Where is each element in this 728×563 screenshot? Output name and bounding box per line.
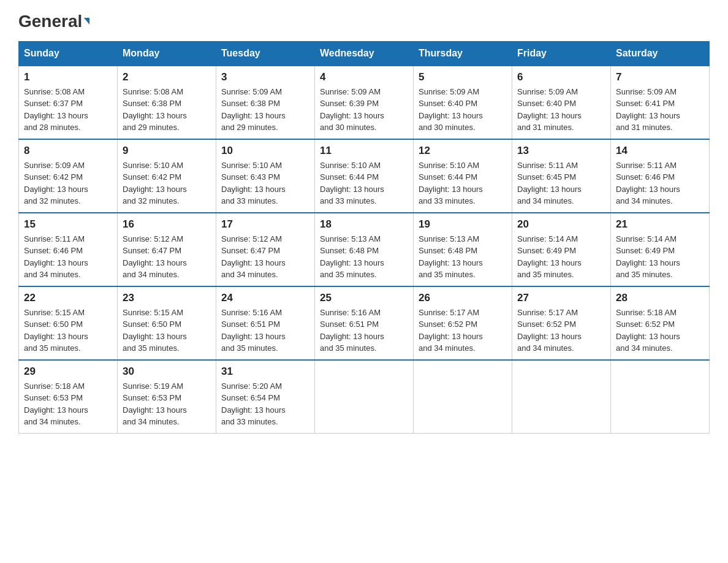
- calendar-table: SundayMondayTuesdayWednesdayThursdayFrid…: [18, 41, 710, 434]
- day-number: 17: [221, 218, 309, 231]
- calendar-cell: 10 Sunrise: 5:10 AMSunset: 6:43 PMDaylig…: [216, 139, 315, 213]
- day-info: Sunrise: 5:09 AMSunset: 6:38 PMDaylight:…: [221, 86, 309, 134]
- day-number: 13: [517, 145, 605, 157]
- logo-general: General: [18, 12, 89, 31]
- day-info: Sunrise: 5:20 AMSunset: 6:54 PMDaylight:…: [221, 380, 309, 428]
- calendar-cell: 30 Sunrise: 5:19 AMSunset: 6:53 PMDaylig…: [118, 360, 216, 434]
- calendar-week-row: 1 Sunrise: 5:08 AMSunset: 6:37 PMDayligh…: [19, 66, 710, 139]
- header: General: [18, 12, 710, 30]
- day-number: 26: [419, 292, 507, 304]
- day-number: 22: [24, 292, 112, 304]
- day-number: 30: [123, 366, 211, 378]
- day-info: Sunrise: 5:17 AMSunset: 6:52 PMDaylight:…: [419, 307, 507, 354]
- day-number: 25: [320, 292, 408, 304]
- day-info: Sunrise: 5:16 AMSunset: 6:51 PMDaylight:…: [320, 307, 408, 354]
- calendar-cell: 22 Sunrise: 5:15 AMSunset: 6:50 PMDaylig…: [19, 286, 118, 360]
- calendar-cell: 4 Sunrise: 5:09 AMSunset: 6:39 PMDayligh…: [315, 66, 414, 139]
- day-info: Sunrise: 5:09 AMSunset: 6:42 PMDaylight:…: [24, 159, 112, 207]
- day-info: Sunrise: 5:09 AMSunset: 6:41 PMDaylight:…: [616, 86, 704, 134]
- day-info: Sunrise: 5:10 AMSunset: 6:43 PMDaylight:…: [221, 159, 309, 207]
- weekday-header-monday: Monday: [118, 41, 216, 66]
- day-info: Sunrise: 5:15 AMSunset: 6:50 PMDaylight:…: [24, 307, 112, 354]
- day-info: Sunrise: 5:11 AMSunset: 6:46 PMDaylight:…: [616, 159, 704, 207]
- logo-triangle-icon: [84, 18, 89, 25]
- day-info: Sunrise: 5:11 AMSunset: 6:46 PMDaylight:…: [24, 233, 112, 281]
- calendar-cell: 21 Sunrise: 5:14 AMSunset: 6:49 PMDaylig…: [611, 213, 710, 286]
- calendar-cell: 18 Sunrise: 5:13 AMSunset: 6:48 PMDaylig…: [315, 213, 414, 286]
- day-number: 14: [616, 145, 704, 157]
- day-number: 24: [221, 292, 309, 304]
- day-info: Sunrise: 5:13 AMSunset: 6:48 PMDaylight:…: [320, 233, 408, 281]
- day-number: 1: [24, 71, 112, 83]
- calendar-cell: 11 Sunrise: 5:10 AMSunset: 6:44 PMDaylig…: [315, 139, 414, 213]
- weekday-header-row: SundayMondayTuesdayWednesdayThursdayFrid…: [19, 41, 710, 66]
- day-number: 12: [419, 145, 507, 157]
- calendar-week-row: 29 Sunrise: 5:18 AMSunset: 6:53 PMDaylig…: [19, 360, 710, 434]
- day-info: Sunrise: 5:08 AMSunset: 6:37 PMDaylight:…: [24, 86, 112, 134]
- day-number: 3: [221, 71, 309, 83]
- weekday-header-tuesday: Tuesday: [216, 41, 315, 66]
- weekday-header-wednesday: Wednesday: [315, 41, 414, 66]
- weekday-header-sunday: Sunday: [19, 41, 118, 66]
- day-info: Sunrise: 5:09 AMSunset: 6:40 PMDaylight:…: [419, 86, 507, 134]
- calendar-cell: 8 Sunrise: 5:09 AMSunset: 6:42 PMDayligh…: [19, 139, 118, 213]
- calendar-cell: 28 Sunrise: 5:18 AMSunset: 6:52 PMDaylig…: [611, 286, 710, 360]
- calendar-cell: 25 Sunrise: 5:16 AMSunset: 6:51 PMDaylig…: [315, 286, 414, 360]
- day-info: Sunrise: 5:18 AMSunset: 6:53 PMDaylight:…: [24, 380, 112, 428]
- day-info: Sunrise: 5:13 AMSunset: 6:48 PMDaylight:…: [419, 233, 507, 281]
- day-number: 15: [24, 218, 112, 231]
- calendar-cell: 6 Sunrise: 5:09 AMSunset: 6:40 PMDayligh…: [512, 66, 611, 139]
- day-number: 20: [517, 218, 605, 231]
- calendar-cell: 7 Sunrise: 5:09 AMSunset: 6:41 PMDayligh…: [611, 66, 710, 139]
- day-info: Sunrise: 5:18 AMSunset: 6:52 PMDaylight:…: [616, 307, 704, 354]
- day-number: 19: [419, 218, 507, 231]
- day-info: Sunrise: 5:09 AMSunset: 6:40 PMDaylight:…: [517, 86, 605, 134]
- calendar-cell: 16 Sunrise: 5:12 AMSunset: 6:47 PMDaylig…: [118, 213, 216, 286]
- calendar-cell: [611, 360, 710, 434]
- calendar-cell: [512, 360, 611, 434]
- day-info: Sunrise: 5:14 AMSunset: 6:49 PMDaylight:…: [517, 233, 605, 281]
- day-number: 4: [320, 71, 408, 83]
- day-info: Sunrise: 5:19 AMSunset: 6:53 PMDaylight:…: [123, 380, 211, 428]
- day-number: 10: [221, 145, 309, 157]
- day-number: 28: [616, 292, 704, 304]
- calendar-cell: 3 Sunrise: 5:09 AMSunset: 6:38 PMDayligh…: [216, 66, 315, 139]
- day-info: Sunrise: 5:12 AMSunset: 6:47 PMDaylight:…: [123, 233, 211, 281]
- day-info: Sunrise: 5:12 AMSunset: 6:47 PMDaylight:…: [221, 233, 309, 281]
- day-number: 27: [517, 292, 605, 304]
- calendar-cell: [414, 360, 512, 434]
- day-info: Sunrise: 5:10 AMSunset: 6:42 PMDaylight:…: [123, 159, 211, 207]
- day-info: Sunrise: 5:11 AMSunset: 6:45 PMDaylight:…: [517, 159, 605, 207]
- day-number: 8: [24, 145, 112, 157]
- weekday-header-thursday: Thursday: [414, 41, 512, 66]
- calendar-week-row: 8 Sunrise: 5:09 AMSunset: 6:42 PMDayligh…: [19, 139, 710, 213]
- day-number: 2: [123, 71, 211, 83]
- logo-area: General: [18, 12, 89, 30]
- calendar-week-row: 22 Sunrise: 5:15 AMSunset: 6:50 PMDaylig…: [19, 286, 710, 360]
- day-number: 29: [24, 366, 112, 378]
- calendar-cell: 13 Sunrise: 5:11 AMSunset: 6:45 PMDaylig…: [512, 139, 611, 213]
- calendar-cell: 12 Sunrise: 5:10 AMSunset: 6:44 PMDaylig…: [414, 139, 512, 213]
- calendar-cell: 17 Sunrise: 5:12 AMSunset: 6:47 PMDaylig…: [216, 213, 315, 286]
- day-info: Sunrise: 5:15 AMSunset: 6:50 PMDaylight:…: [123, 307, 211, 354]
- day-number: 7: [616, 71, 704, 83]
- calendar-cell: 23 Sunrise: 5:15 AMSunset: 6:50 PMDaylig…: [118, 286, 216, 360]
- day-info: Sunrise: 5:08 AMSunset: 6:38 PMDaylight:…: [123, 86, 211, 134]
- day-info: Sunrise: 5:10 AMSunset: 6:44 PMDaylight:…: [419, 159, 507, 207]
- day-info: Sunrise: 5:09 AMSunset: 6:39 PMDaylight:…: [320, 86, 408, 134]
- calendar-cell: 5 Sunrise: 5:09 AMSunset: 6:40 PMDayligh…: [414, 66, 512, 139]
- day-info: Sunrise: 5:10 AMSunset: 6:44 PMDaylight:…: [320, 159, 408, 207]
- day-number: 23: [123, 292, 211, 304]
- day-info: Sunrise: 5:14 AMSunset: 6:49 PMDaylight:…: [616, 233, 704, 281]
- calendar-cell: 27 Sunrise: 5:17 AMSunset: 6:52 PMDaylig…: [512, 286, 611, 360]
- day-number: 21: [616, 218, 704, 231]
- calendar-cell: 15 Sunrise: 5:11 AMSunset: 6:46 PMDaylig…: [19, 213, 118, 286]
- calendar-cell: 29 Sunrise: 5:18 AMSunset: 6:53 PMDaylig…: [19, 360, 118, 434]
- day-info: Sunrise: 5:17 AMSunset: 6:52 PMDaylight:…: [517, 307, 605, 354]
- calendar-cell: 24 Sunrise: 5:16 AMSunset: 6:51 PMDaylig…: [216, 286, 315, 360]
- calendar-cell: 1 Sunrise: 5:08 AMSunset: 6:37 PMDayligh…: [19, 66, 118, 139]
- day-number: 9: [123, 145, 211, 157]
- calendar-cell: 14 Sunrise: 5:11 AMSunset: 6:46 PMDaylig…: [611, 139, 710, 213]
- calendar-week-row: 15 Sunrise: 5:11 AMSunset: 6:46 PMDaylig…: [19, 213, 710, 286]
- calendar-cell: 20 Sunrise: 5:14 AMSunset: 6:49 PMDaylig…: [512, 213, 611, 286]
